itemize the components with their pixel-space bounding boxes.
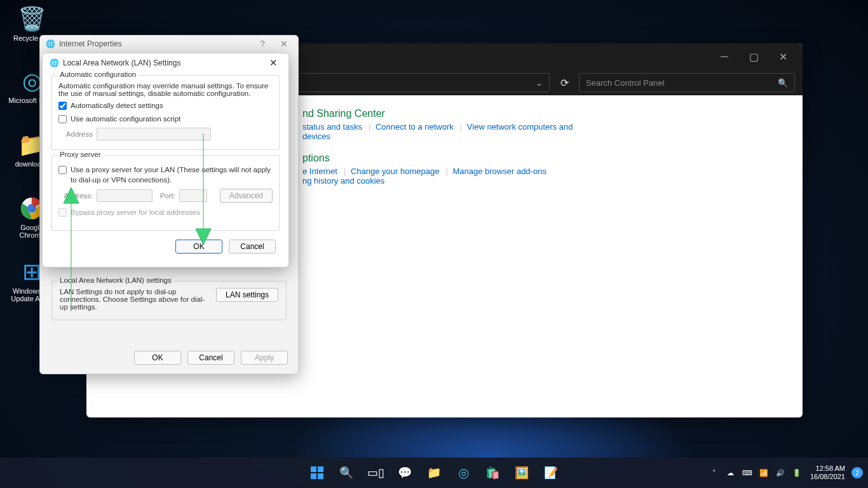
photos-icon: 🖼️ <box>515 466 529 480</box>
chevron-down-icon[interactable]: ⌄ <box>536 78 543 88</box>
use-proxy-checkbox[interactable]: Use a proxy server for your LAN (These s… <box>58 165 273 185</box>
proxy-port-input <box>179 189 207 202</box>
proxy-address-label: Address: <box>58 192 93 200</box>
help-button[interactable]: ? <box>254 39 271 49</box>
widgets-button[interactable]: 💬 <box>392 460 417 485</box>
edge-icon: ◎ <box>458 465 469 480</box>
taskbar-center: 🔍 ▭▯ 💬 📁 ◎ 🛍️ 🖼️ 📝 <box>304 460 564 485</box>
store-icon: 🛍️ <box>485 466 499 480</box>
start-button[interactable] <box>304 460 330 485</box>
address-label: Address <box>58 130 93 138</box>
checkbox-label: Use automatic configuration script <box>71 114 180 125</box>
link-connect-network[interactable]: Connect to a network <box>376 122 454 132</box>
svg-rect-5 <box>318 473 323 479</box>
notification-badge[interactable]: 2 <box>851 467 863 478</box>
photos-button[interactable]: 🖼️ <box>509 460 534 485</box>
internet-options-icon: 🌐 <box>45 39 55 49</box>
proxy-port-label: Port: <box>156 192 175 200</box>
dialog-body: Automatic configuration Automatic config… <box>43 72 288 260</box>
link-history-cookies[interactable]: ng history and cookies <box>302 176 384 186</box>
notepad-button[interactable]: 📝 <box>538 460 564 485</box>
lan-section-text: LAN Settings do not apply to dial-up con… <box>60 288 210 311</box>
svg-rect-3 <box>318 466 323 472</box>
link-internet[interactable]: e Internet <box>302 166 337 176</box>
lan-settings-dialog: 🌐 Local Area Network (LAN) Settings ✕ Au… <box>42 53 289 268</box>
auto-detect-checkbox[interactable]: Automatically detect settings <box>58 101 273 111</box>
store-button[interactable]: 🛍️ <box>480 460 505 485</box>
task-view-button[interactable]: ▭▯ <box>363 460 388 485</box>
auto-detect-input[interactable] <box>58 102 67 110</box>
close-button[interactable]: ✕ <box>275 39 293 49</box>
search-button[interactable]: 🔍 <box>334 460 359 485</box>
lan-settings-button[interactable]: LAN settings <box>216 288 278 302</box>
checkbox-label: Use a proxy server for your LAN (These s… <box>71 165 273 185</box>
search-icon: 🔍 <box>339 466 353 480</box>
link-addons[interactable]: Manage browser add-ons <box>452 166 546 176</box>
script-address-row: Address <box>58 128 273 140</box>
group-legend: Proxy server <box>57 151 104 158</box>
proxy-server-group: Proxy server Use a proxy server for your… <box>51 155 280 231</box>
dialog-title: Internet Properties <box>59 39 122 48</box>
widgets-icon: 💬 <box>398 466 412 480</box>
battery-icon[interactable]: 🔋 <box>790 469 804 477</box>
dialog-buttons: OK Cancel <box>51 240 280 254</box>
refresh-button[interactable]: ⟳ <box>555 73 574 92</box>
bypass-local-input <box>58 208 67 217</box>
link-status-tasks[interactable]: status and tasks <box>302 122 362 132</box>
network-icon: 🌐 <box>49 58 59 68</box>
cancel-button[interactable]: Cancel <box>187 351 234 365</box>
group-legend: Automatic configuration <box>57 71 139 78</box>
search-placeholder: Search Control Panel <box>586 78 665 88</box>
proxy-address-input <box>97 189 153 202</box>
bypass-local-checkbox: Bypass proxy server for local addresses <box>58 208 273 218</box>
auto-script-input[interactable] <box>58 115 67 123</box>
section-heading[interactable]: ptions <box>302 152 587 164</box>
dialog-title: Local Area Network (LAN) Settings <box>63 58 180 67</box>
edge-button[interactable]: ◎ <box>451 460 476 485</box>
fieldset-legend: Local Area Network (LAN) settings <box>57 276 174 284</box>
section-heading[interactable]: nd Sharing Center <box>302 108 587 119</box>
close-button[interactable]: ✕ <box>264 57 282 69</box>
ok-button[interactable]: OK <box>175 240 222 254</box>
auto-script-checkbox[interactable]: Use automatic configuration script <box>58 114 273 125</box>
section-links: e Internet| Change your homepage| Manage… <box>302 166 587 186</box>
tray-chevron-icon[interactable]: ˄ <box>707 469 721 477</box>
cancel-button[interactable]: Cancel <box>229 240 276 254</box>
script-address-input <box>97 128 211 140</box>
recycle-bin-icon: 🗑️ <box>18 5 46 33</box>
section-links: status and tasks| Connect to a network| … <box>302 122 587 141</box>
close-button[interactable]: ✕ <box>768 46 797 67</box>
date-text: 16/08/2021 <box>810 473 845 481</box>
notepad-icon: 📝 <box>544 466 558 480</box>
svg-rect-4 <box>311 473 316 479</box>
volume-icon[interactable]: 🔊 <box>773 469 787 477</box>
onedrive-icon[interactable]: ☁ <box>724 469 738 477</box>
clock[interactable]: 12:58 AM 16/08/2021 <box>810 464 845 481</box>
svg-rect-2 <box>311 466 316 472</box>
folder-icon: 📁 <box>427 466 441 480</box>
dialog-titlebar[interactable]: 🌐 Internet Properties ? ✕ <box>40 36 298 52</box>
maximize-button[interactable]: ▢ <box>739 46 768 67</box>
time-text: 12:58 AM <box>810 464 845 473</box>
checkbox-label: Bypass proxy server for local addresses <box>71 208 200 218</box>
file-explorer-button[interactable]: 📁 <box>421 460 447 485</box>
keyboard-icon[interactable]: ⌨ <box>740 469 754 477</box>
link-homepage[interactable]: Change your homepage <box>351 166 440 176</box>
apply-button[interactable]: Apply <box>241 351 288 365</box>
dialog-titlebar[interactable]: 🌐 Local Area Network (LAN) Settings ✕ <box>43 53 288 72</box>
system-tray: ˄ ☁ ⌨ 📶 🔊 🔋 12:58 AM 16/08/2021 2 <box>707 464 863 481</box>
search-input[interactable]: Search Control Panel 🔍 <box>579 73 795 92</box>
advanced-button: Advanced <box>220 189 273 203</box>
lan-settings-fieldset: Local Area Network (LAN) settings LAN Se… <box>51 281 287 320</box>
minimize-button[interactable]: ─ <box>710 46 739 67</box>
dialog-buttons: OK Cancel Apply <box>134 351 288 365</box>
search-icon: 🔍 <box>778 78 788 88</box>
task-view-icon: ▭▯ <box>367 466 384 480</box>
wifi-icon[interactable]: 📶 <box>757 469 771 477</box>
taskbar: 🔍 ▭▯ 💬 📁 ◎ 🛍️ 🖼️ 📝 ˄ ☁ ⌨ 📶 🔊 🔋 12:58 AM … <box>0 458 868 488</box>
use-proxy-input[interactable] <box>58 166 67 174</box>
proxy-address-row: Address: Port: Advanced <box>58 189 273 203</box>
auto-config-description: Automatic configuration may override man… <box>58 82 273 97</box>
checkbox-label: Automatically detect settings <box>71 101 163 111</box>
ok-button[interactable]: OK <box>134 351 181 365</box>
